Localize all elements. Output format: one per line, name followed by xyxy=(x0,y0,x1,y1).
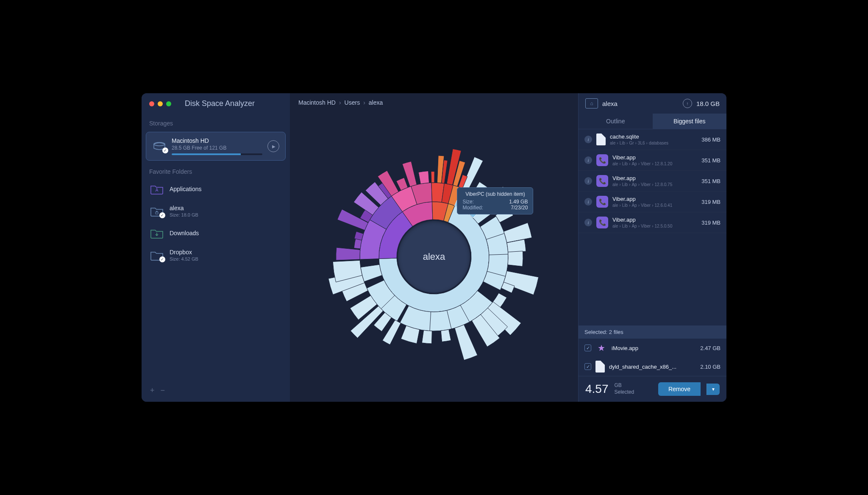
folder-icon: ✓ xyxy=(150,206,164,217)
viber-icon: 📞 xyxy=(596,196,608,208)
file-size: 2.10 GB xyxy=(700,364,721,370)
scan-play-button[interactable]: ▶ xyxy=(267,140,279,152)
app-window: Disk Space Analyzer Storages ✓ Macintosh… xyxy=(142,93,726,402)
selected-header: Selected: 2 files xyxy=(579,325,726,339)
add-favorite-button[interactable]: + xyxy=(150,386,155,395)
file-path: ale›Lib›Gr›3L6›databases xyxy=(610,141,697,145)
fav-name: Downloads xyxy=(170,230,199,236)
file-item[interactable]: i📞Viber.appale›Lib›Ap›Viber›12.6.0.41319… xyxy=(579,192,726,212)
file-size: 351 MB xyxy=(701,178,721,184)
file-path: ale›Lib›Ap›Viber›12.8.1.20 xyxy=(612,161,697,166)
tab-outline[interactable]: Outline xyxy=(579,114,653,129)
storage-subtitle: 28.5 GB Free of 121 GB xyxy=(172,145,262,151)
fav-name: Applications xyxy=(170,186,202,192)
remove-favorite-button[interactable]: − xyxy=(161,386,165,395)
viber-icon: 📞 xyxy=(596,217,608,228)
file-name: Viber.app xyxy=(612,154,697,161)
tabs: Outline Biggest files xyxy=(579,114,726,129)
sidebar-footer: + − xyxy=(142,379,290,402)
info-button[interactable]: i xyxy=(584,219,592,226)
breadcrumb-segment[interactable]: alexa xyxy=(369,99,383,106)
file-item[interactable]: i📞Viber.appale›Lib›Ap›Viber›12.5.0.50319… xyxy=(579,212,726,233)
fav-subtitle: Size: 4.52 GB xyxy=(170,256,198,261)
selected-item[interactable]: ✓★iMovie.app2.47 GB xyxy=(579,339,726,357)
remove-dropdown-button[interactable]: ▼ xyxy=(707,384,720,395)
total-size: 4.57 xyxy=(585,382,609,396)
app-title: Disk Space Analyzer xyxy=(185,99,255,108)
maximize-window-button[interactable] xyxy=(166,101,171,106)
file-item[interactable]: i📞Viber.appale›Lib›Ap›Viber›12.8.0.75351… xyxy=(579,171,726,192)
sidebar: Disk Space Analyzer Storages ✓ Macintosh… xyxy=(142,93,290,402)
storage-item-macintosh-hd[interactable]: ✓ Macintosh HD 28.5 GB Free of 121 GB ▶ xyxy=(146,132,286,161)
sunburst-center-label[interactable]: alexa xyxy=(398,221,470,293)
file-path: ale›Lib›Ap›Viber›12.6.0.41 xyxy=(612,203,697,208)
folder-icon xyxy=(150,228,164,239)
info-button[interactable]: i xyxy=(584,198,592,206)
storages-label: Storages xyxy=(142,114,290,130)
info-button[interactable]: i xyxy=(584,177,592,185)
doc-icon xyxy=(595,361,605,373)
fav-item-downloads[interactable]: Downloads xyxy=(142,222,290,244)
check-badge-icon: ✓ xyxy=(159,256,165,262)
breadcrumb-segment[interactable]: Users xyxy=(345,99,360,106)
favorites-label: Favorite Folders xyxy=(142,162,290,178)
file-size: 319 MB xyxy=(701,220,721,226)
fav-subtitle: Size: 18.0 GB xyxy=(170,212,198,217)
file-path: ale›Lib›Ap›Viber›12.5.0.50 xyxy=(612,224,697,228)
sunburst-chart[interactable]: alexa ViberPC (sub hidden item) Size:1.4… xyxy=(290,112,578,402)
viber-icon: 📞 xyxy=(596,175,608,187)
file-size: 2.47 GB xyxy=(700,345,721,351)
info-button[interactable]: i xyxy=(584,156,592,164)
folder-icon: A xyxy=(150,184,164,195)
rp-header: ⌂ alexa ↑ 18.0 GB xyxy=(579,93,726,114)
home-folder-icon: ⌂ xyxy=(585,98,598,108)
file-list[interactable]: icache.sqliteale›Lib›Gr›3L6›databases386… xyxy=(579,129,726,325)
traffic-lights xyxy=(149,101,171,106)
check-badge-icon: ✓ xyxy=(162,147,168,153)
doc-icon xyxy=(596,133,606,145)
svg-text:A: A xyxy=(156,188,159,192)
upload-icon[interactable]: ↑ xyxy=(683,99,692,108)
file-item[interactable]: icache.sqliteale›Lib›Gr›3L6›databases386… xyxy=(579,129,726,150)
file-name: dyld_shared_cache_x86_... xyxy=(609,364,696,370)
imovie-icon: ★ xyxy=(595,342,607,354)
file-size: 386 MB xyxy=(701,136,721,143)
selected-item[interactable]: ✓dyld_shared_cache_x86_...2.10 GB xyxy=(579,357,726,376)
checkbox[interactable]: ✓ xyxy=(584,363,591,370)
file-path: ale›Lib›Ap›Viber›12.8.0.75 xyxy=(612,182,697,187)
viber-icon: 📞 xyxy=(596,154,608,166)
file-size: 351 MB xyxy=(701,157,721,164)
breadcrumb-segment[interactable]: Macintosh HD xyxy=(298,99,336,106)
tab-biggest-files[interactable]: Biggest files xyxy=(653,114,727,129)
check-badge-icon: ✓ xyxy=(159,212,165,218)
file-name: Viber.app xyxy=(612,217,697,223)
fav-item-dropbox[interactable]: ✓DropboxSize: 4.52 GB xyxy=(142,244,290,267)
file-name: Viber.app xyxy=(612,196,697,202)
fav-name: Dropbox xyxy=(170,249,198,256)
titlebar: Disk Space Analyzer xyxy=(142,93,290,114)
file-size: 319 MB xyxy=(701,199,721,205)
checkbox[interactable]: ✓ xyxy=(584,345,591,351)
fav-name: alexa xyxy=(170,205,198,211)
fav-item-alexa[interactable]: ✓alexaSize: 18.0 GB xyxy=(142,200,290,222)
minimize-window-button[interactable] xyxy=(158,101,163,106)
storage-name: Macintosh HD xyxy=(172,137,262,144)
folder-icon: ✓ xyxy=(150,250,164,261)
breadcrumb[interactable]: Macintosh HD›Users›alexa xyxy=(290,93,578,112)
remove-button[interactable]: Remove xyxy=(658,382,701,396)
file-name: iMovie.app xyxy=(612,345,696,351)
tooltip: ViberPC (sub hidden item) Size:1.49 GB M… xyxy=(457,187,533,214)
fav-item-applications[interactable]: AApplications xyxy=(142,178,290,200)
info-button[interactable]: i xyxy=(584,136,592,143)
right-panel: ⌂ alexa ↑ 18.0 GB Outline Biggest files … xyxy=(578,93,726,402)
storage-progress xyxy=(172,153,262,155)
total-meta: GB Selected xyxy=(615,382,634,395)
file-name: Viber.app xyxy=(612,175,697,181)
rp-size: 18.0 GB xyxy=(696,100,720,107)
file-item[interactable]: i📞Viber.appale›Lib›Ap›Viber›12.8.1.20351… xyxy=(579,150,726,171)
close-window-button[interactable] xyxy=(149,101,154,106)
tooltip-title: ViberPC (sub hidden item) xyxy=(462,191,528,197)
rp-title: alexa xyxy=(602,100,679,107)
file-name: cache.sqlite xyxy=(610,133,697,140)
disk-icon: ✓ xyxy=(152,141,167,152)
